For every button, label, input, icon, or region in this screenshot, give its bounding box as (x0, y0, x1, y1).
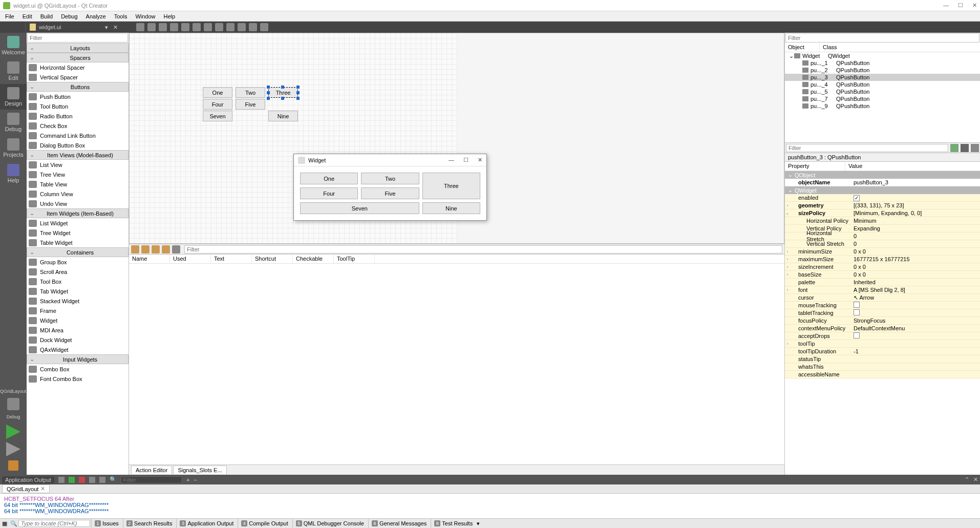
col-property[interactable]: Property (785, 162, 845, 171)
preview-minimize[interactable]: — (449, 157, 454, 163)
property-value[interactable]: 0 x 0 (850, 248, 980, 255)
new-action-icon[interactable] (131, 245, 139, 254)
widget-item[interactable]: Tool Box (27, 277, 129, 286)
col-value[interactable]: Value (845, 162, 865, 171)
preview-close[interactable]: ✕ (478, 157, 482, 163)
output-icon-3[interactable] (89, 477, 95, 483)
object-tree-row[interactable]: ⌄WidgetQWidget (785, 52, 980, 59)
rail-help[interactable]: Help (0, 161, 27, 186)
form-canvas[interactable]: One Two Three Four Five Seven Nine (129, 33, 784, 244)
locator-input[interactable] (18, 520, 90, 527)
preview-titlebar[interactable]: Widget — ☐ ✕ (294, 154, 486, 166)
output-remove-icon[interactable]: − (194, 477, 197, 483)
property-row[interactable]: ⌄sizePolicy[Minimum, Expanding, 0, 0] (785, 209, 980, 217)
property-value[interactable] (850, 332, 980, 340)
output-expand-icon[interactable]: ⌃ (965, 476, 969, 483)
design-btn-seven[interactable]: Seven (203, 111, 232, 121)
edit-widgets-icon[interactable] (136, 23, 144, 31)
widget-item[interactable]: Scroll Area (27, 267, 129, 277)
output-mode-label[interactable]: Application Output (2, 476, 54, 483)
widget-item[interactable]: Tree View (27, 170, 129, 179)
resize-handle[interactable] (296, 86, 300, 89)
menu-build[interactable]: Build (37, 12, 56, 20)
action-filter[interactable] (184, 245, 782, 254)
adjust-size-icon[interactable] (260, 23, 268, 31)
col-used[interactable]: Used (170, 255, 211, 263)
resize-handle[interactable] (267, 91, 270, 94)
remove-property-icon[interactable] (961, 144, 969, 152)
property-row[interactable]: ›sizeIncrement0 x 0 (785, 263, 980, 271)
output-close-icon[interactable]: ✕ (973, 476, 978, 483)
col-name[interactable]: Name (129, 255, 170, 263)
pane-search[interactable]: 2Search Results (123, 519, 176, 528)
widget-item[interactable]: Tab Widget (27, 286, 129, 296)
output-run-icon[interactable] (69, 477, 75, 483)
widget-item[interactable]: MDI Area (27, 325, 129, 335)
property-row[interactable]: Horizontal Stretch0 (785, 233, 980, 240)
property-value[interactable]: 0 (850, 241, 980, 247)
widget-item[interactable]: Tool Button (27, 101, 129, 111)
widget-item[interactable]: Column View (27, 189, 129, 199)
property-row[interactable]: cursor↖ Arrow (785, 294, 980, 302)
preview-btn-two[interactable]: Two (361, 173, 419, 184)
pane-compile[interactable]: 4Compile Output (238, 519, 291, 528)
rail-projects[interactable]: Projects (0, 135, 27, 161)
widget-item[interactable]: List View (27, 160, 129, 170)
preview-btn-five[interactable]: Five (361, 187, 419, 199)
layout-v-icon[interactable] (193, 23, 201, 31)
layout-form-icon[interactable] (238, 23, 246, 31)
design-btn-three[interactable]: Three (268, 87, 298, 98)
widget-item[interactable]: Undo View (27, 199, 129, 208)
widget-item[interactable]: Group Box (27, 257, 129, 267)
widget-item[interactable]: Stacked Widget (27, 296, 129, 306)
widget-item[interactable]: Table View (27, 179, 129, 189)
col-tooltip[interactable]: ToolTip (334, 255, 375, 263)
menu-debug[interactable]: Debug (58, 12, 80, 20)
resize-handle[interactable] (281, 86, 284, 89)
resize-handle[interactable] (267, 86, 270, 89)
menu-analyze[interactable]: Analyze (83, 12, 109, 20)
property-value[interactable]: Expanding (850, 225, 980, 231)
run-debug-button[interactable] (6, 442, 20, 456)
resize-handle[interactable] (281, 97, 284, 100)
widget-item[interactable]: QAxWidget (27, 345, 129, 354)
design-btn-four[interactable]: Four (203, 99, 232, 110)
property-value[interactable]: Inherited (850, 279, 980, 285)
widget-item[interactable]: Horizontal Spacer (27, 62, 129, 72)
object-tree-row[interactable]: pu..._1QPushButton (785, 59, 980, 67)
col-checkable[interactable]: Checkable (293, 255, 334, 263)
kit-label[interactable]: QGridLayout... (0, 387, 27, 396)
widget-item[interactable]: Push Button (27, 92, 129, 101)
property-value[interactable]: ✓ (850, 195, 980, 201)
pane-appoutput[interactable]: 3Application Output (176, 519, 237, 528)
paste-action-icon[interactable] (152, 245, 160, 254)
widget-group-header[interactable]: ⌄Spacers (27, 53, 129, 62)
pane-qml[interactable]: 5QML Debugger Console (292, 519, 367, 528)
checkbox-icon[interactable]: ✓ (854, 195, 860, 201)
property-row[interactable]: ›geometry[(333, 131), 75 x 23] (785, 202, 980, 209)
layout-split-h-icon[interactable] (204, 23, 212, 31)
property-section[interactable]: ⌄QObject (785, 171, 980, 179)
widget-item[interactable]: Combo Box (27, 364, 129, 374)
property-row[interactable]: ›toolTip (785, 340, 980, 348)
property-row[interactable]: ›minimumSize0 x 0 (785, 248, 980, 256)
property-filter[interactable] (786, 144, 948, 152)
property-value[interactable] (850, 309, 980, 316)
resize-handle[interactable] (267, 97, 270, 100)
edit-buddies-icon[interactable] (159, 23, 167, 31)
preview-btn-four[interactable]: Four (300, 187, 358, 199)
widget-item[interactable]: Tree Widget (27, 228, 129, 238)
widget-group-header[interactable]: ⌄Input Widgets (27, 354, 129, 364)
menu-file[interactable]: File (2, 12, 17, 20)
property-value[interactable]: A [MS Shell Dlg 2, 8] (850, 287, 980, 293)
property-row[interactable]: contextMenuPolicyDefaultContextMenu (785, 325, 980, 332)
property-value[interactable]: 0 x 0 (850, 264, 980, 270)
rail-welcome[interactable]: Welcome (0, 33, 27, 58)
preview-btn-one[interactable]: One (300, 173, 358, 184)
layout-h-icon[interactable] (181, 23, 189, 31)
property-row[interactable]: statusTip (785, 355, 980, 363)
layout-grid-icon[interactable] (226, 23, 235, 31)
property-row[interactable]: objectNamepushButton_3 (785, 179, 980, 186)
property-section[interactable]: ⌄QWidget (785, 186, 980, 194)
widget-group-header[interactable]: ⌄Layouts (27, 43, 129, 53)
